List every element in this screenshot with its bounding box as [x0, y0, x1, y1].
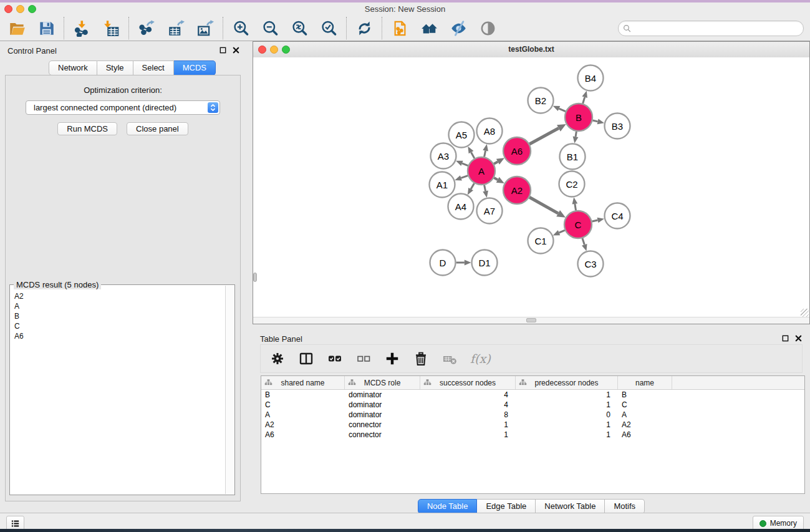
- edge-B-B1[interactable]: [576, 132, 576, 137]
- hide-network-icon[interactable]: [449, 19, 468, 37]
- edge-A-A8[interactable]: [485, 151, 486, 157]
- edge-A-A6[interactable]: [494, 162, 498, 164]
- zoom-in-icon[interactable]: [231, 19, 250, 37]
- table-cell[interactable]: connector: [345, 430, 420, 440]
- edge-A-A7[interactable]: [485, 185, 486, 191]
- close-panel-icon[interactable]: [232, 46, 240, 54]
- node-A2[interactable]: A2: [503, 177, 531, 204]
- tab-style[interactable]: Style: [97, 60, 133, 75]
- column-header-shared-name[interactable]: shared name: [261, 376, 345, 389]
- zoom-selected-icon[interactable]: [319, 19, 338, 37]
- column-header-predecessor-nodes[interactable]: predecessor nodes: [516, 376, 618, 389]
- node-A5[interactable]: A5: [449, 122, 475, 148]
- enable-all-columns-icon[interactable]: [325, 349, 344, 368]
- criterion-dropdown[interactable]: largest connected component (directed): [26, 100, 220, 115]
- import-network-icon[interactable]: [72, 19, 91, 37]
- table-cell[interactable]: B: [261, 390, 345, 400]
- network-vertical-scrollbar[interactable]: [253, 57, 257, 317]
- window-resize-grip[interactable]: [801, 309, 809, 317]
- node-B3[interactable]: B3: [605, 114, 630, 139]
- node-A8[interactable]: A8: [477, 118, 503, 144]
- edge-B-B2[interactable]: [559, 109, 566, 112]
- edge-B-B3[interactable]: [592, 120, 597, 122]
- table-cell[interactable]: 1: [516, 430, 618, 440]
- column-header-successor-nodes[interactable]: successor nodes: [420, 376, 516, 389]
- edge-A6-B[interactable]: [529, 128, 559, 144]
- share-session-icon[interactable]: [390, 19, 409, 37]
- zoom-out-icon[interactable]: [261, 19, 279, 37]
- mcds-result-item[interactable]: C: [14, 321, 225, 331]
- edge-B-B4[interactable]: [583, 97, 585, 104]
- network-window-titlebar[interactable]: testGlobe.txt: [253, 42, 809, 58]
- function-builder-icon[interactable]: f(x): [469, 352, 491, 365]
- table-cell[interactable]: 1: [420, 420, 516, 430]
- node-C2[interactable]: C2: [559, 172, 585, 197]
- table-cell[interactable]: A2: [261, 420, 345, 430]
- node-C4[interactable]: C4: [605, 203, 630, 229]
- refresh-layout-icon[interactable]: [355, 19, 374, 37]
- node-B2[interactable]: B2: [528, 88, 554, 114]
- mcds-result-item[interactable]: A2: [14, 291, 225, 301]
- import-table-icon[interactable]: [102, 19, 120, 37]
- edge-C-C4[interactable]: [592, 220, 597, 221]
- node-D[interactable]: D: [430, 250, 456, 276]
- table-row[interactable]: Bdominator41B: [261, 390, 804, 400]
- table-cell[interactable]: A2: [618, 420, 672, 430]
- tab-node-table[interactable]: Node Table: [418, 499, 478, 514]
- export-image-icon[interactable]: [196, 19, 215, 37]
- search-field[interactable]: [618, 21, 804, 36]
- mcds-result-item[interactable]: B: [14, 311, 225, 321]
- edge-A-A3[interactable]: [462, 163, 468, 166]
- export-table-icon[interactable]: [166, 19, 185, 37]
- run-mcds-button[interactable]: Run MCDS: [57, 122, 117, 135]
- edge-A2-C[interactable]: [529, 197, 558, 213]
- save-session-icon[interactable]: [37, 19, 55, 37]
- float-panel-icon[interactable]: [219, 46, 227, 54]
- node-C3[interactable]: C3: [578, 251, 604, 277]
- tab-motifs[interactable]: Motifs: [605, 499, 645, 514]
- tab-network[interactable]: Network: [49, 60, 97, 75]
- node-C1[interactable]: C1: [528, 228, 554, 254]
- edge-C-C1[interactable]: [559, 230, 565, 233]
- show-network-icon[interactable]: [478, 19, 497, 37]
- mcds-result-item[interactable]: A: [14, 301, 225, 311]
- column-header-name[interactable]: name: [618, 376, 672, 389]
- column-header-MCDS-role[interactable]: MCDS role: [345, 376, 420, 389]
- mcds-result-list[interactable]: A2ABCA6: [11, 288, 225, 494]
- network-graph[interactable]: B4B2BB3A8A5A6A3B1AC2A1A2A4A7C4CC1C3DD1: [253, 57, 809, 317]
- node-A4[interactable]: A4: [448, 194, 474, 220]
- node-B[interactable]: B: [565, 104, 592, 131]
- delete-table-icon[interactable]: [440, 349, 459, 368]
- node-A6[interactable]: A6: [503, 137, 531, 165]
- table-cell[interactable]: 8: [420, 410, 516, 420]
- export-network-icon[interactable]: [137, 19, 156, 37]
- table-cell[interactable]: C: [261, 400, 345, 410]
- search-input[interactable]: [632, 22, 803, 34]
- node-A1[interactable]: A1: [430, 172, 455, 198]
- table-cell[interactable]: 0: [516, 410, 618, 420]
- table-cell[interactable]: 4: [420, 400, 516, 410]
- split-panel-icon[interactable]: [297, 349, 316, 368]
- table-cell[interactable]: A6: [261, 430, 345, 440]
- node-B1[interactable]: B1: [560, 144, 586, 170]
- close-panel-icon[interactable]: [794, 334, 803, 342]
- float-panel-icon[interactable]: [781, 334, 789, 342]
- table-cell[interactable]: A: [618, 410, 672, 420]
- open-session-icon[interactable]: [7, 19, 26, 37]
- table-row[interactable]: A2connector11A2: [261, 420, 804, 430]
- mcds-result-item[interactable]: A6: [14, 331, 225, 341]
- table-row[interactable]: A6connector11A6: [261, 430, 804, 440]
- disable-all-columns-icon[interactable]: [354, 349, 373, 368]
- edge-C-C3[interactable]: [582, 238, 584, 244]
- node-C[interactable]: C: [564, 211, 592, 238]
- table-cell[interactable]: connector: [345, 420, 420, 430]
- add-column-icon[interactable]: [383, 349, 402, 368]
- node-B4[interactable]: B4: [578, 65, 604, 91]
- table-cell[interactable]: 4: [420, 390, 516, 400]
- zoom-fit-icon[interactable]: [290, 19, 309, 37]
- tab-network-table[interactable]: Network Table: [536, 499, 605, 514]
- edge-A-A2[interactable]: [494, 178, 498, 180]
- tab-edge-table[interactable]: Edge Table: [477, 499, 536, 514]
- network-canvas[interactable]: B4B2BB3A8A5A6A3B1AC2A1A2A4A7C4CC1C3DD1: [253, 57, 809, 317]
- table-cell[interactable]: A6: [618, 430, 672, 440]
